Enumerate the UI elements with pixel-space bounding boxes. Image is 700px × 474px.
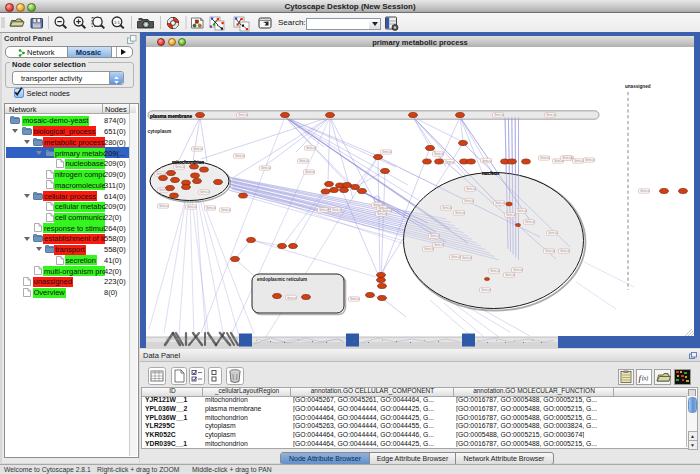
svg-text:Gene-al: Gene-al	[545, 249, 555, 253]
svg-text:Gene-al: Gene-al	[235, 154, 245, 158]
svg-text:Gene-al: Gene-al	[382, 150, 392, 154]
svg-text:Gene-al: Gene-al	[377, 212, 387, 216]
svg-text:Gene-al: Gene-al	[506, 213, 516, 217]
svg-text:Gene-al: Gene-al	[640, 189, 650, 193]
svg-text:Gene-al: Gene-al	[434, 243, 444, 247]
svg-text:Gene-al: Gene-al	[517, 209, 527, 213]
svg-text:Gene-al: Gene-al	[574, 159, 584, 163]
svg-text:Gene-al: Gene-al	[451, 255, 461, 259]
svg-text:Gene-al: Gene-al	[464, 199, 474, 203]
svg-text:Gene-al: Gene-al	[430, 234, 440, 238]
svg-text:Gene-al: Gene-al	[319, 208, 329, 212]
svg-text:Gene-al: Gene-al	[187, 205, 197, 209]
svg-text:Gene-al: Gene-al	[540, 156, 550, 160]
svg-text:Gene-al: Gene-al	[482, 159, 492, 163]
svg-text:Gene-al: Gene-al	[562, 156, 572, 160]
svg-text:Gene-al: Gene-al	[305, 170, 315, 174]
svg-text:Gene-al: Gene-al	[306, 146, 316, 150]
svg-text:Gene-al: Gene-al	[350, 297, 360, 301]
svg-text:endoplasmic reticulum: endoplasmic reticulum	[257, 277, 307, 282]
svg-text:Gene-al: Gene-al	[159, 204, 169, 208]
svg-text:Gene-al: Gene-al	[206, 206, 216, 210]
svg-text:Gene-al: Gene-al	[494, 113, 504, 117]
svg-text:Gene-al: Gene-al	[442, 206, 452, 210]
svg-text:Gene-al: Gene-al	[462, 256, 472, 260]
svg-text:Gene-al: Gene-al	[193, 147, 203, 151]
svg-text:Gene-al: Gene-al	[332, 208, 342, 212]
svg-text:Gene-al: Gene-al	[490, 269, 500, 273]
svg-text:(x): (x)	[642, 375, 648, 382]
svg-text:Gene-al: Gene-al	[466, 187, 476, 191]
svg-text:Gene-al: Gene-al	[481, 288, 491, 292]
svg-text:cytoplasm: cytoplasm	[148, 129, 172, 134]
svg-text:Gene-al: Gene-al	[546, 113, 556, 117]
svg-text:Gene-al: Gene-al	[525, 220, 535, 224]
svg-text:Gene-al: Gene-al	[505, 273, 515, 277]
svg-text:1:1: 1:1	[114, 20, 120, 25]
svg-text:nucleus: nucleus	[482, 171, 500, 176]
svg-text:Gene-al: Gene-al	[513, 268, 523, 272]
svg-text:Gene-al: Gene-al	[548, 231, 558, 235]
svg-text:plasma membrane: plasma membrane	[150, 114, 192, 119]
svg-text:Gene-al: Gene-al	[238, 113, 248, 117]
svg-text:Gene-al: Gene-al	[495, 201, 505, 205]
svg-text:Gene-al: Gene-al	[560, 249, 570, 253]
svg-text:Gene-al: Gene-al	[434, 152, 444, 156]
svg-text:unassigned: unassigned	[625, 84, 651, 89]
svg-text:Gene-al: Gene-al	[585, 158, 595, 162]
svg-text:Gene-al: Gene-al	[299, 159, 309, 163]
svg-text:mitochondrion: mitochondrion	[172, 160, 204, 165]
svg-text:Gene-al: Gene-al	[287, 296, 297, 300]
svg-text:Gene-al: Gene-al	[445, 160, 455, 164]
svg-text:Gene-al: Gene-al	[424, 247, 434, 251]
svg-text:Gene-al: Gene-al	[455, 211, 465, 215]
svg-text:Gene-al: Gene-al	[261, 166, 271, 170]
svg-text:Gene-al: Gene-al	[175, 165, 185, 169]
svg-text:Gene-al: Gene-al	[200, 190, 210, 194]
svg-text:Gene-al: Gene-al	[221, 208, 231, 212]
